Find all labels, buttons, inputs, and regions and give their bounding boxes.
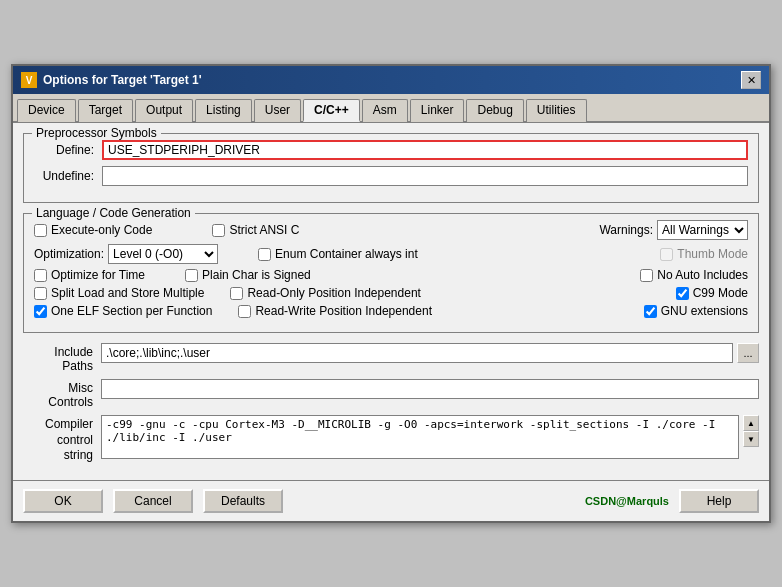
strict-ansi-label: Strict ANSI C (229, 223, 299, 237)
tab-utilities[interactable]: Utilities (526, 99, 587, 122)
undefine-input[interactable] (102, 166, 748, 186)
tab-target[interactable]: Target (78, 99, 133, 122)
close-button[interactable]: ✕ (741, 71, 761, 89)
no-auto-includes-checkbox[interactable] (640, 269, 653, 282)
warnings-select[interactable]: All Warnings No Warnings (657, 220, 748, 240)
watermark-text: CSDN@Marquls (585, 495, 669, 507)
main-window: V Options for Target 'Target 1' ✕ Device… (11, 64, 771, 523)
tab-debug[interactable]: Debug (466, 99, 523, 122)
tab-linker[interactable]: Linker (410, 99, 465, 122)
enum-container-label: Enum Container always int (275, 247, 418, 261)
language-title: Language / Code Generation (32, 206, 195, 220)
define-row: Define: (34, 140, 748, 160)
warnings-row: Warnings: All Warnings No Warnings (599, 220, 748, 240)
preprocessor-title: Preprocessor Symbols (32, 126, 161, 140)
undefine-label: Undefine: (34, 169, 94, 183)
split-load-checkbox[interactable] (34, 287, 47, 300)
defaults-button[interactable]: Defaults (203, 489, 283, 513)
define-input[interactable] (102, 140, 748, 160)
one-elf-row: One ELF Section per Function (34, 304, 212, 318)
misc-controls-input[interactable] (101, 379, 759, 399)
split-load-label: Split Load and Store Multiple (51, 286, 204, 300)
no-auto-includes-label: No Auto Includes (657, 268, 748, 282)
tab-asm[interactable]: Asm (362, 99, 408, 122)
optimize-time-checkbox[interactable] (34, 269, 47, 282)
compiler-control-row: Compilercontrolstring -c99 -gnu -c -cpu … (23, 415, 759, 464)
optimization-label: Optimization: (34, 247, 104, 261)
title-bar: V Options for Target 'Target 1' ✕ (13, 66, 769, 94)
include-paths-label: IncludePaths (23, 343, 93, 373)
plain-char-row: Plain Char is Signed (185, 268, 311, 282)
thumb-mode-checkbox[interactable] (660, 248, 673, 261)
read-only-checkbox[interactable] (230, 287, 243, 300)
c99-mode-label: C99 Mode (693, 286, 748, 300)
read-write-checkbox[interactable] (238, 305, 251, 318)
warnings-label: Warnings: (599, 223, 653, 237)
gnu-extensions-row: GNU extensions (644, 304, 748, 318)
browse-button[interactable]: ... (737, 343, 759, 363)
compiler-control-textarea[interactable]: -c99 -gnu -c -cpu Cortex-M3 -D__MICROLIB… (101, 415, 739, 459)
gnu-extensions-checkbox[interactable] (644, 305, 657, 318)
tab-listing[interactable]: Listing (195, 99, 252, 122)
optimize-time-label: Optimize for Time (51, 268, 145, 282)
tab-device[interactable]: Device (17, 99, 76, 122)
tab-output[interactable]: Output (135, 99, 193, 122)
optimization-select[interactable]: Level 0 (-O0) Level 1 (-O1) Level 2 (-O2… (108, 244, 218, 264)
read-write-label: Read-Write Position Independent (255, 304, 432, 318)
ok-button[interactable]: OK (23, 489, 103, 513)
read-only-label: Read-Only Position Independent (247, 286, 420, 300)
execute-only-checkbox[interactable] (34, 224, 47, 237)
help-button[interactable]: Help (679, 489, 759, 513)
plain-char-label: Plain Char is Signed (202, 268, 311, 282)
undefine-row: Undefine: (34, 166, 748, 186)
strict-ansi-checkbox[interactable] (212, 224, 225, 237)
compiler-control-label: Compilercontrolstring (23, 415, 93, 464)
misc-controls-label: MiscControls (23, 379, 93, 409)
include-paths-row: IncludePaths ... (23, 343, 759, 373)
gnu-extensions-label: GNU extensions (661, 304, 748, 318)
execute-only-row: Execute-only Code (34, 223, 152, 237)
title-bar-left: V Options for Target 'Target 1' (21, 72, 202, 88)
optimize-time-row: Optimize for Time (34, 268, 145, 282)
bottom-buttons: OK Cancel Defaults CSDN@Marquls Help (13, 480, 769, 521)
read-only-row: Read-Only Position Independent (230, 286, 420, 300)
tab-bar: Device Target Output Listing User C/C++ … (13, 94, 769, 123)
misc-controls-row: MiscControls (23, 379, 759, 409)
optimization-row: Optimization: Level 0 (-O0) Level 1 (-O1… (34, 244, 218, 264)
read-write-row: Read-Write Position Independent (238, 304, 432, 318)
thumb-mode-row: Thumb Mode (660, 247, 748, 261)
scroll-buttons: ▲ ▼ (743, 415, 759, 447)
tab-user[interactable]: User (254, 99, 301, 122)
tab-cpp[interactable]: C/C++ (303, 99, 360, 122)
enum-container-row: Enum Container always int (258, 247, 418, 261)
preprocessor-group: Preprocessor Symbols Define: Undefine: (23, 133, 759, 203)
strict-ansi-row: Strict ANSI C (212, 223, 299, 237)
plain-char-checkbox[interactable] (185, 269, 198, 282)
language-group: Language / Code Generation Execute-only … (23, 213, 759, 333)
window-title: Options for Target 'Target 1' (43, 73, 202, 87)
thumb-mode-label: Thumb Mode (677, 247, 748, 261)
c99-mode-row: C99 Mode (676, 286, 748, 300)
one-elf-label: One ELF Section per Function (51, 304, 212, 318)
app-icon: V (21, 72, 37, 88)
enum-container-checkbox[interactable] (258, 248, 271, 261)
scroll-down-button[interactable]: ▼ (743, 431, 759, 447)
scroll-up-button[interactable]: ▲ (743, 415, 759, 431)
execute-only-label: Execute-only Code (51, 223, 152, 237)
split-load-row: Split Load and Store Multiple (34, 286, 204, 300)
no-auto-includes-row: No Auto Includes (640, 268, 748, 282)
include-paths-input[interactable] (101, 343, 733, 363)
cancel-button[interactable]: Cancel (113, 489, 193, 513)
c99-mode-checkbox[interactable] (676, 287, 689, 300)
one-elf-checkbox[interactable] (34, 305, 47, 318)
define-label: Define: (34, 143, 94, 157)
content-area: Preprocessor Symbols Define: Undefine: L… (13, 123, 769, 480)
